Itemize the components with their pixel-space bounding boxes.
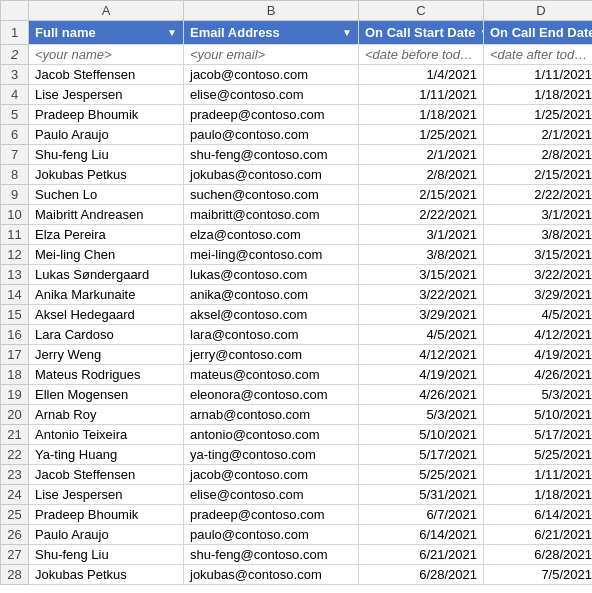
table-row: 26Paulo Araujopaulo@contoso.com6/14/2021… [1, 525, 593, 545]
cell-email: antonio@contoso.com [184, 425, 359, 445]
cell-start-date: 3/22/2021 [359, 285, 484, 305]
cell-email: jacob@contoso.com [184, 65, 359, 85]
row-num-20: 20 [1, 405, 29, 425]
cell-start-date: 1/11/2021 [359, 85, 484, 105]
cell-full-name: Anika Markunaite [29, 285, 184, 305]
cell-start-date: 1/25/2021 [359, 125, 484, 145]
cell-start-date: 2/8/2021 [359, 165, 484, 185]
cell-full-name: Ellen Mogensen [29, 385, 184, 405]
cell-full-name: Pradeep Bhoumik [29, 505, 184, 525]
row-num-27: 27 [1, 545, 29, 565]
table-row: 7Shu-feng Liushu-feng@contoso.com2/1/202… [1, 145, 593, 165]
cell-end-date: 3/15/2021 [484, 245, 593, 265]
cell-start-date: 5/10/2021 [359, 425, 484, 445]
cell-end-date: 2/1/2021 [484, 125, 593, 145]
row-num-22: 22 [1, 445, 29, 465]
row-num-11: 11 [1, 225, 29, 245]
table-row: 8Jokubas Petkusjokubas@contoso.com2/8/20… [1, 165, 593, 185]
cell-end-date: 2/8/2021 [484, 145, 593, 165]
row-num-12: 12 [1, 245, 29, 265]
table-row: 9Suchen Losuchen@contoso.com2/15/20212/2… [1, 185, 593, 205]
cell-full-name: Ya-ting Huang [29, 445, 184, 465]
row-num-5: 5 [1, 105, 29, 125]
cell-start-date: 3/1/2021 [359, 225, 484, 245]
col-letter-c: C [359, 1, 484, 21]
col-letter-b: B [184, 1, 359, 21]
cell-email: elise@contoso.com [184, 85, 359, 105]
cell-full-name: Lise Jespersen [29, 485, 184, 505]
cell-end-date: 4/26/2021 [484, 365, 593, 385]
col-letter-a: A [29, 1, 184, 21]
cell-email: arnab@contoso.com [184, 405, 359, 425]
cell-email: jacob@contoso.com [184, 465, 359, 485]
table-row: 25Pradeep Bhoumikpradeep@contoso.com6/7/… [1, 505, 593, 525]
table-row: 28Jokubas Petkusjokubas@contoso.com6/28/… [1, 565, 593, 585]
table-row: 21Antonio Teixeiraantonio@contoso.com5/1… [1, 425, 593, 445]
table-row: 4Lise Jespersenelise@contoso.com1/11/202… [1, 85, 593, 105]
filter-icon-b[interactable]: ▼ [342, 27, 352, 38]
cell-full-name: Jacob Steffensen [29, 65, 184, 85]
cell-email: mateus@contoso.com [184, 365, 359, 385]
cell-end-date: 5/25/2021 [484, 445, 593, 465]
cell-email: shu-feng@contoso.com [184, 545, 359, 565]
row-num-24: 24 [1, 485, 29, 505]
cell-end-date: 5/3/2021 [484, 385, 593, 405]
header-email[interactable]: Email Address ▼ [184, 21, 359, 45]
cell-email: paulo@contoso.com [184, 525, 359, 545]
cell-end-date: 3/8/2021 [484, 225, 593, 245]
table-row: 11Elza Pereiraelza@contoso.com3/1/20213/… [1, 225, 593, 245]
cell-end-date: 2/22/2021 [484, 185, 593, 205]
row-num-6: 6 [1, 125, 29, 145]
row-num-26: 26 [1, 525, 29, 545]
row-num-19: 19 [1, 385, 29, 405]
cell-email: eleonora@contoso.com [184, 385, 359, 405]
row-num-4: 4 [1, 85, 29, 105]
table-body: 2<your name><your email><date before tod… [1, 45, 593, 585]
filter-icon-a[interactable]: ▼ [167, 27, 177, 38]
cell-full-name: Pradeep Bhoumik [29, 105, 184, 125]
row-num-15: 15 [1, 305, 29, 325]
table-row: 24Lise Jespersenelise@contoso.com5/31/20… [1, 485, 593, 505]
filter-icon-c[interactable]: ▼ [480, 27, 484, 38]
header-start-date[interactable]: On Call Start Date ▼ [359, 21, 484, 45]
cell-email: <your email> [184, 45, 359, 65]
table-row: 2<your name><your email><date before tod… [1, 45, 593, 65]
cell-full-name: Lara Cardoso [29, 325, 184, 345]
header-full-name-label: Full name [35, 25, 96, 40]
cell-full-name: Elza Pereira [29, 225, 184, 245]
cell-full-name: Aksel Hedegaard [29, 305, 184, 325]
cell-start-date: 5/3/2021 [359, 405, 484, 425]
cell-email: pradeep@contoso.com [184, 505, 359, 525]
cell-end-date: 6/14/2021 [484, 505, 593, 525]
row-num-13: 13 [1, 265, 29, 285]
col-header-row: A B C D [1, 1, 593, 21]
header-end-date-label: On Call End Date [490, 25, 592, 40]
cell-end-date: 5/17/2021 [484, 425, 593, 445]
cell-start-date: 3/15/2021 [359, 265, 484, 285]
cell-start-date: 2/15/2021 [359, 185, 484, 205]
cell-email: ya-ting@contoso.com [184, 445, 359, 465]
cell-email: suchen@contoso.com [184, 185, 359, 205]
cell-end-date: 5/10/2021 [484, 405, 593, 425]
cell-start-date: 6/21/2021 [359, 545, 484, 565]
cell-full-name: Jerry Weng [29, 345, 184, 365]
cell-full-name: <your name> [29, 45, 184, 65]
cell-full-name: Lukas Søndergaard [29, 265, 184, 285]
row-num-16: 16 [1, 325, 29, 345]
header-full-name[interactable]: Full name ▼ [29, 21, 184, 45]
table-row: 16Lara Cardosolara@contoso.com4/5/20214/… [1, 325, 593, 345]
cell-end-date: <date after today> [484, 45, 593, 65]
header-end-date[interactable]: On Call End Date ▼ [484, 21, 593, 45]
cell-email: maibritt@contoso.com [184, 205, 359, 225]
row-num-14: 14 [1, 285, 29, 305]
cell-end-date: 4/5/2021 [484, 305, 593, 325]
cell-end-date: 1/11/2021 [484, 465, 593, 485]
table-row: 18Mateus Rodriguesmateus@contoso.com4/19… [1, 365, 593, 385]
cell-start-date: 1/4/2021 [359, 65, 484, 85]
cell-full-name: Mei-ling Chen [29, 245, 184, 265]
cell-full-name: Maibritt Andreasen [29, 205, 184, 225]
cell-email: mei-ling@contoso.com [184, 245, 359, 265]
cell-start-date: 4/12/2021 [359, 345, 484, 365]
table-row: 19Ellen Mogenseneleonora@contoso.com4/26… [1, 385, 593, 405]
cell-end-date: 3/22/2021 [484, 265, 593, 285]
